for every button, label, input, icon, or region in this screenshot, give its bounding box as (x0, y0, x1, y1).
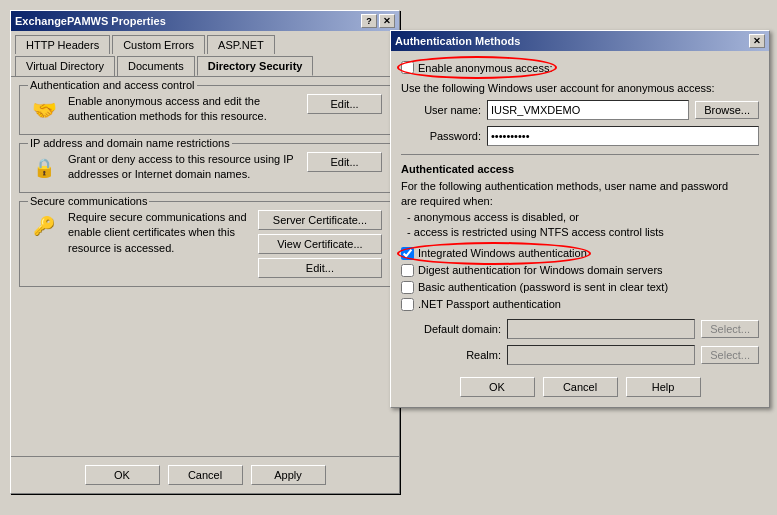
main-cancel-button[interactable]: Cancel (168, 465, 243, 485)
auth-close-button[interactable]: ✕ (749, 34, 765, 48)
integrated-windows-auth-row: Integrated Windows authentication (401, 247, 587, 260)
ip-restrictions-title: IP address and domain name restrictions (28, 137, 232, 149)
main-window-title: ExchangePAMWS Properties (15, 15, 166, 27)
main-ok-button[interactable]: OK (85, 465, 160, 485)
realm-select-button[interactable]: Select... (701, 346, 759, 364)
username-label: User name: (401, 104, 481, 116)
authenticated-access-title: Authenticated access (401, 163, 759, 175)
auth-dialog-content: Enable anonymous access: Use the followi… (391, 51, 769, 407)
auth-dialog: Authentication Methods ✕ Enable anonymou… (390, 30, 770, 408)
secure-comm-content: 🔑 Require secure communications and enab… (28, 210, 382, 278)
auth-dialog-title-bar: Authentication Methods ✕ (391, 31, 769, 51)
main-apply-button[interactable]: Apply (251, 465, 326, 485)
digest-auth-row: Digest authentication for Windows domain… (401, 264, 759, 277)
separator (401, 154, 759, 155)
password-input[interactable] (487, 126, 759, 146)
digest-auth-label: Digest authentication for Windows domain… (418, 264, 663, 276)
authentication-section-title: Authentication and access control (28, 79, 197, 91)
auth-dialog-title: Authentication Methods (395, 35, 520, 47)
anonymous-access-row: Enable anonymous access: (401, 61, 553, 74)
main-bottom-buttons: OK Cancel Apply (11, 456, 399, 493)
integrated-windows-auth-label: Integrated Windows authentication (418, 247, 587, 259)
secure-comm-title: Secure communications (28, 195, 149, 207)
authenticated-access-section: Authenticated access For the following a… (401, 163, 759, 365)
ip-restrictions-content: 🔒 Grant or deny access to this resource … (28, 152, 382, 184)
authentication-section: Authentication and access control 🤝 Enab… (19, 85, 391, 135)
default-domain-select-button[interactable]: Select... (701, 320, 759, 338)
auth-help-button[interactable]: Help (626, 377, 701, 397)
net-passport-checkbox[interactable] (401, 298, 414, 311)
authenticated-access-description: For the following authentication methods… (401, 179, 759, 241)
close-button[interactable]: ✕ (379, 14, 395, 28)
digest-auth-checkbox[interactable] (401, 264, 414, 277)
authentication-section-text: Enable anonymous access and edit the aut… (68, 94, 299, 125)
ip-restrictions-section: IP address and domain name restrictions … (19, 143, 391, 193)
tabs-row1: HTTP Headers Custom Errors ASP.NET (11, 31, 399, 54)
tab-custom-errors[interactable]: Custom Errors (112, 35, 205, 54)
auth-ok-button[interactable]: OK (460, 377, 535, 397)
basic-auth-checkbox[interactable] (401, 281, 414, 294)
secure-comm-text: Require secure communications and enable… (68, 210, 250, 256)
realm-input[interactable] (507, 345, 695, 365)
tab-documents[interactable]: Documents (117, 56, 195, 76)
net-passport-label: .NET Passport authentication (418, 298, 561, 310)
authentication-edit-button[interactable]: Edit... (307, 94, 382, 114)
anonymous-access-section: Enable anonymous access: Use the followi… (401, 61, 759, 146)
tab-directory-security[interactable]: Directory Security (197, 56, 314, 76)
auth-cancel-button[interactable]: Cancel (543, 377, 618, 397)
ip-edit-button[interactable]: Edit... (307, 152, 382, 172)
title-bar-buttons: ? ✕ (361, 14, 395, 28)
secure-comm-section: Secure communications 🔑 Require secure c… (19, 201, 391, 287)
authentication-section-content: 🤝 Enable anonymous access and edit the a… (28, 94, 382, 126)
password-row: Password: (401, 126, 759, 146)
main-window: ExchangePAMWS Properties ? ✕ HTTP Header… (10, 10, 400, 494)
basic-auth-row: Basic authentication (password is sent i… (401, 281, 759, 294)
realm-row: Realm: Select... (401, 345, 759, 365)
basic-auth-label: Basic authentication (password is sent i… (418, 281, 668, 293)
secure-comm-icon: 🔑 (28, 210, 60, 242)
tab-virtual-directory[interactable]: Virtual Directory (15, 56, 115, 76)
username-input[interactable] (487, 100, 689, 120)
tab-content-directory-security: Authentication and access control 🤝 Enab… (11, 76, 399, 456)
realm-label: Realm: (401, 349, 501, 361)
tabs-row2: Virtual Directory Documents Directory Se… (11, 52, 399, 76)
default-domain-label: Default domain: (401, 323, 501, 335)
question-button[interactable]: ? (361, 14, 377, 28)
anonymous-access-checkbox[interactable] (401, 61, 414, 74)
net-passport-row: .NET Passport authentication (401, 298, 759, 311)
default-domain-input[interactable] (507, 319, 695, 339)
view-cert-button[interactable]: View Certificate... (258, 234, 382, 254)
username-row: User name: Browse... (401, 100, 759, 120)
anonymous-description: Use the following Windows user account f… (401, 82, 759, 94)
ip-restrictions-icon: 🔒 (28, 152, 60, 184)
username-browse-button[interactable]: Browse... (695, 101, 759, 119)
secure-edit-button[interactable]: Edit... (258, 258, 382, 278)
authentication-icon: 🤝 (28, 94, 60, 126)
tab-http-headers[interactable]: HTTP Headers (15, 35, 110, 54)
tab-aspnet[interactable]: ASP.NET (207, 35, 275, 54)
anonymous-access-label: Enable anonymous access: (418, 62, 553, 74)
main-title-bar: ExchangePAMWS Properties ? ✕ (11, 11, 399, 31)
ip-restrictions-text: Grant or deny access to this resource us… (68, 152, 299, 183)
auth-dialog-bottom-buttons: OK Cancel Help (401, 373, 759, 397)
default-domain-row: Default domain: Select... (401, 319, 759, 339)
password-label: Password: (401, 130, 481, 142)
server-cert-button[interactable]: Server Certificate... (258, 210, 382, 230)
integrated-windows-auth-checkbox[interactable] (401, 247, 414, 260)
